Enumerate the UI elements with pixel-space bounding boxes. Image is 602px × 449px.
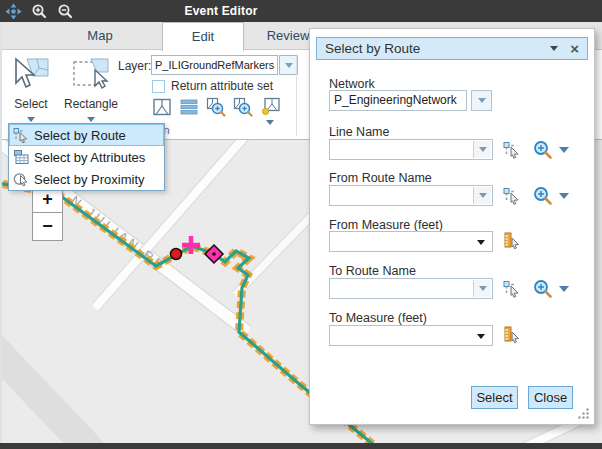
selectable-layers-icon[interactable]	[152, 97, 172, 117]
panel-collapse-icon[interactable]	[550, 46, 558, 51]
red-point-marker	[171, 249, 182, 260]
menu-item-label: Select by Route	[34, 128, 126, 143]
map-zoom-out-button[interactable]: −	[32, 213, 63, 241]
selection-options-icon[interactable]	[261, 97, 281, 117]
diamond-center-dot	[212, 252, 216, 256]
line-name-label: Line Name	[329, 125, 389, 139]
rectangle-tool-caret-icon[interactable]	[87, 117, 95, 122]
from-measure-dropdown-icon[interactable]	[477, 240, 485, 245]
from-route-label: From Route Name	[329, 171, 432, 185]
panel-title: Select by Route	[325, 41, 420, 56]
to-route-zoom-caret-icon[interactable]	[559, 286, 569, 292]
from-measure-label: From Measure (feet)	[329, 218, 443, 232]
layer-combobox[interactable]: P_ILIGroundRefMarkers	[151, 55, 278, 75]
to-measure-pick-icon[interactable]	[503, 326, 521, 344]
from-route-zoom-caret-icon[interactable]	[559, 193, 569, 199]
pan-to-selection-icon[interactable]	[233, 97, 253, 117]
layer-label: Layer:	[118, 59, 151, 73]
select-by-attributes-icon	[13, 149, 29, 165]
zoom-to-selection-icon[interactable]	[206, 97, 226, 117]
attributes-list-icon[interactable]	[179, 97, 199, 117]
window-left-edge	[0, 22, 2, 443]
from-route-select-on-map-icon[interactable]	[503, 187, 521, 205]
menu-item-select-by-attributes[interactable]: Select by Attributes	[9, 146, 164, 168]
event-editor-window: N JULIAN RD + −	[0, 0, 602, 449]
rectangle-tool-button[interactable]: Rectangle	[62, 56, 120, 125]
return-attribute-set-checkbox[interactable]	[152, 80, 165, 93]
select-button[interactable]: Select	[471, 386, 518, 409]
menu-item-label: Select by Attributes	[34, 150, 145, 165]
network-label: Network	[329, 77, 375, 91]
to-measure-label: To Measure (feet)	[329, 311, 427, 325]
return-attribute-set-label: Return attribute set	[171, 79, 273, 93]
pan-tool-icon[interactable]	[5, 3, 22, 20]
from-route-combobox[interactable]	[329, 185, 493, 206]
tab-map[interactable]: Map	[58, 22, 142, 50]
from-route-dropdown-button[interactable]	[473, 187, 491, 204]
app-title: Event Editor	[160, 4, 282, 18]
title-bar: Event Editor	[0, 0, 602, 22]
select-by-route-panel: Select by Route × Network P_EngineeringN…	[309, 28, 595, 425]
line-select-on-map-icon[interactable]	[503, 141, 521, 159]
from-measure-pick-icon[interactable]	[503, 232, 521, 250]
to-measure-dropdown-icon[interactable]	[477, 334, 485, 339]
zoom-out-icon[interactable]	[57, 3, 74, 20]
line-name-combobox[interactable]	[329, 139, 493, 160]
network-dropdown-button[interactable]	[471, 90, 492, 111]
panel-resize-grip[interactable]	[577, 407, 590, 420]
to-route-label: To Route Name	[329, 264, 416, 278]
line-zoom-icon[interactable]	[533, 140, 553, 160]
menu-item-select-by-proximity[interactable]: Select by Proximity	[9, 168, 164, 190]
rectangle-tool-icon	[71, 56, 111, 92]
zoom-in-icon[interactable]	[31, 3, 48, 20]
from-route-zoom-icon[interactable]	[533, 186, 553, 206]
to-route-zoom-icon[interactable]	[533, 279, 553, 299]
select-by-route-icon	[13, 127, 29, 143]
menu-item-select-by-route[interactable]: Select by Route	[9, 124, 164, 146]
tab-edit[interactable]: Edit	[162, 22, 244, 51]
menu-item-label: Select by Proximity	[34, 172, 145, 187]
to-route-dropdown-button[interactable]	[473, 280, 491, 297]
select-tool-label: Select	[6, 97, 56, 111]
to-route-combobox[interactable]	[329, 278, 493, 299]
select-dropdown-menu: Select by Route Select by Attributes Sel…	[8, 123, 165, 191]
ribbon-group-separator	[296, 54, 297, 136]
line-zoom-caret-icon[interactable]	[559, 147, 569, 153]
line-name-dropdown-button[interactable]	[473, 141, 491, 158]
window-bottom-bar	[0, 443, 602, 449]
to-route-select-on-map-icon[interactable]	[503, 280, 521, 298]
from-measure-combobox[interactable]	[329, 231, 493, 252]
select-tool-caret-icon[interactable]	[27, 117, 35, 122]
close-button[interactable]: Close	[528, 386, 573, 409]
to-measure-combobox[interactable]	[329, 325, 493, 346]
network-combobox[interactable]: P_EngineeringNetwork	[329, 90, 467, 111]
select-tool-icon	[11, 56, 51, 92]
select-by-proximity-icon	[13, 171, 29, 187]
panel-close-icon[interactable]: ×	[570, 41, 579, 56]
select-tool-button[interactable]: Select	[6, 56, 56, 125]
selection-options-caret-icon[interactable]	[266, 120, 274, 125]
road-wide	[0, 336, 102, 443]
rectangle-tool-label: Rectangle	[62, 97, 120, 111]
panel-header[interactable]: Select by Route ×	[316, 37, 588, 60]
